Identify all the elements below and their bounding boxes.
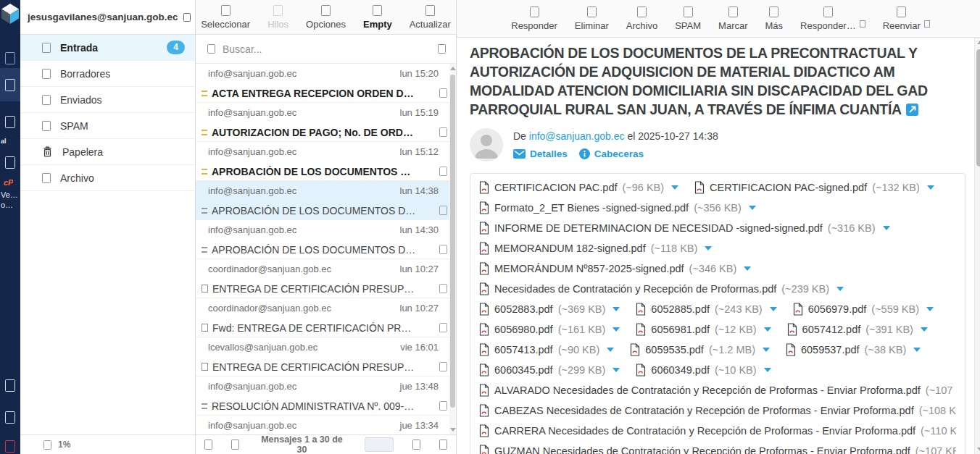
attachment-name[interactable]: CERTIFICACION PAC.pdf xyxy=(494,182,617,193)
attachment-menu-caret-icon[interactable] xyxy=(705,246,712,251)
attachment-menu-caret-icon[interactable] xyxy=(927,185,934,190)
reader-toolbar-button[interactable]: SPAM xyxy=(675,7,701,31)
attachment-name[interactable]: CERTIFICACION PAC-signed.pdf xyxy=(710,182,867,193)
help-icon[interactable] xyxy=(0,371,20,400)
message-row[interactable]: info@sanjuan.gob.ec lun 14:30 APROBACIÓN… xyxy=(196,220,456,259)
mail-icon[interactable] xyxy=(0,68,20,101)
attachment-item[interactable]: CARRERA Necesidades de Contratación y Re… xyxy=(479,424,956,437)
cpanel-icon[interactable]: cP xyxy=(4,179,13,186)
attachment-item[interactable]: GUZMAN Necesidades de Contratación y Rec… xyxy=(479,445,956,454)
message-row[interactable]: info@sanjuan.gob.ec lun 15:12 APROBACIÓN… xyxy=(196,142,456,181)
attachment-menu-caret-icon[interactable] xyxy=(836,287,844,291)
attachment-menu-caret-icon[interactable] xyxy=(612,327,620,332)
attachment-name[interactable]: GUZMAN Necesidades de Contratación y Rec… xyxy=(494,445,910,454)
folder-item-archivo[interactable]: Archivo xyxy=(20,165,195,191)
page-number-input[interactable] xyxy=(365,437,394,452)
attachment-menu-caret-icon[interactable] xyxy=(764,327,771,332)
attachment-menu-caret-icon[interactable] xyxy=(671,185,678,190)
details-link[interactable]: Detalles xyxy=(513,148,568,159)
prev-page-icon[interactable] xyxy=(231,440,239,450)
attachment-name[interactable]: 6059535.pdf xyxy=(645,344,704,356)
attachment-name[interactable]: MEMORÁNDUM Nº857-2025-signed.pdf xyxy=(494,263,684,274)
logout-icon[interactable] xyxy=(0,432,20,454)
list-toolbar-button[interactable]: Seleccionar xyxy=(201,5,250,30)
attachment-name[interactable]: 6056981.pdf xyxy=(651,324,710,335)
folder-item-borradores[interactable]: Borradores xyxy=(20,61,195,87)
list-toolbar-button[interactable]: Hilos xyxy=(267,5,288,30)
attachment-name[interactable]: Necesidades de Contratación y Recepción … xyxy=(494,283,776,295)
first-page-icon[interactable] xyxy=(204,440,212,450)
message-row[interactable]: info@sanjuan.gob.ec lun 15:19 AUTORIZACI… xyxy=(196,103,456,142)
attachment-item[interactable]: 6056979.pdf (~559 KB) xyxy=(793,303,934,316)
attachment-name[interactable]: ALVARADO Necesidades de Contratación y R… xyxy=(494,384,921,396)
message-row[interactable]: coordinador@sanjuan.gob.ec lun 10:27 ENT… xyxy=(196,259,456,298)
contacts-icon[interactable] xyxy=(0,107,20,136)
account-menu-icon[interactable] xyxy=(183,13,191,22)
attachment-item[interactable]: 6059537.pdf (~38 KB) xyxy=(786,343,921,356)
next-page-icon[interactable] xyxy=(412,440,420,450)
scroll-up-icon[interactable] xyxy=(450,67,456,70)
attachment-item[interactable]: 6052883.pdf (~369 KB) xyxy=(479,303,620,316)
attachment-menu-caret-icon[interactable] xyxy=(763,348,770,352)
select-checkbox[interactable] xyxy=(439,284,447,293)
reader-toolbar-button[interactable]: Responder xyxy=(511,7,557,31)
reader-scrollbar[interactable] xyxy=(974,38,980,454)
reader-toolbar-button[interactable]: Responder… xyxy=(800,7,856,31)
attachment-item[interactable]: CERTIFICACION PAC.pdf (~96 KB) xyxy=(479,181,678,194)
attachment-item[interactable]: 6057412.pdf (~391 KB) xyxy=(787,323,928,336)
settings-icon[interactable] xyxy=(0,148,20,177)
about-icon[interactable] xyxy=(0,403,20,432)
attachment-name[interactable]: 6052885.pdf xyxy=(651,303,710,315)
list-toolbar-button[interactable]: Actualizar xyxy=(410,5,451,30)
last-page-icon[interactable] xyxy=(439,440,447,450)
attachment-name[interactable]: Formato_2_ET Bienes -signed-signed.pdf xyxy=(494,202,689,214)
attachment-item[interactable]: CABEZAS Necesidades de Contratación y Re… xyxy=(479,404,956,417)
folder-item-entrada[interactable]: Entrada 4 xyxy=(20,35,195,61)
folder-item-enviados[interactable]: Enviados xyxy=(20,87,195,113)
message-row[interactable]: info@sanjuan.gob.ec jue 13:34 xyxy=(196,416,456,434)
message-row[interactable]: info@sanjuan.gob.ec jue 13:48 RESOLUCIÓN… xyxy=(196,377,456,416)
attachment-menu-caret-icon[interactable] xyxy=(744,266,751,271)
attachment-name[interactable]: 6059537.pdf xyxy=(801,344,860,356)
attachment-name[interactable]: 6060349.pdf xyxy=(651,364,710,376)
attachment-menu-caret-icon[interactable] xyxy=(926,307,934,311)
attachment-name[interactable]: 6057412.pdf xyxy=(802,324,861,335)
scroll-down-icon[interactable] xyxy=(977,447,980,451)
attachment-name[interactable]: CABEZAS Necesidades de Contratación y Re… xyxy=(494,405,914,416)
attachment-item[interactable]: MEMORÁNDUM Nº857-2025-signed.pdf (~346 K… xyxy=(479,262,751,275)
attachment-item[interactable]: 6052885.pdf (~243 KB) xyxy=(636,303,776,316)
attachment-menu-caret-icon[interactable] xyxy=(749,206,756,210)
select-checkbox[interactable] xyxy=(439,127,447,137)
attachment-item[interactable]: MEMORANDUM 182-signed.pdf (~118 KB) xyxy=(479,242,712,255)
webmail-home-link-line2[interactable]: o… xyxy=(1,201,13,209)
attachment-item[interactable]: INFORME DE DETERMINACION DE NECESIDAD -s… xyxy=(479,222,890,235)
attachment-name[interactable]: CARRERA Necesidades de Contratación y Re… xyxy=(494,425,915,437)
search-options-icon[interactable] xyxy=(438,44,446,54)
headers-link[interactable]: Cabeceras xyxy=(579,148,644,159)
select-checkbox[interactable] xyxy=(439,323,447,332)
attachment-menu-caret-icon[interactable] xyxy=(883,226,890,230)
attachment-name[interactable]: 6060345.pdf xyxy=(494,364,553,376)
scroll-up-icon[interactable] xyxy=(977,41,980,44)
dropdown-caret-icon[interactable] xyxy=(860,20,865,28)
attachment-item[interactable]: 6059535.pdf (~1.2 MB) xyxy=(630,343,770,356)
attachment-menu-caret-icon[interactable] xyxy=(913,348,921,352)
webmail-home-link-line1[interactable]: Ve… xyxy=(1,191,18,198)
attachment-menu-caret-icon[interactable] xyxy=(764,368,771,372)
folder-item-spam[interactable]: SPAM xyxy=(20,113,195,139)
attachment-item[interactable]: 6060349.pdf (~10 KB) xyxy=(636,363,771,377)
attachment-name[interactable]: INFORME DE DETERMINACION DE NECESIDAD -s… xyxy=(494,222,823,234)
attachment-item[interactable]: ALVARADO Necesidades de Contratación y R… xyxy=(479,384,956,397)
scroll-down-icon[interactable] xyxy=(450,428,456,432)
attachment-menu-caret-icon[interactable] xyxy=(770,307,777,311)
attachment-name[interactable]: 6057413.pdf xyxy=(494,344,553,356)
select-checkbox[interactable] xyxy=(439,88,447,98)
folder-item-papelera[interactable]: Papelera xyxy=(20,139,195,165)
attachment-menu-caret-icon[interactable] xyxy=(921,327,928,332)
message-row[interactable]: lcevallos@sanjuan.gob.ec vie 16:01 ENTRE… xyxy=(196,337,456,377)
list-toolbar-button[interactable]: Opciones xyxy=(306,5,346,30)
attachment-name[interactable]: 6052883.pdf xyxy=(494,303,553,315)
reader-toolbar-button[interactable]: Archivo xyxy=(626,7,657,31)
message-row[interactable]: coordinador@sanjuan.gob.ec lun 10:27 Fwd… xyxy=(196,298,456,337)
attachment-menu-caret-icon[interactable] xyxy=(607,348,614,352)
